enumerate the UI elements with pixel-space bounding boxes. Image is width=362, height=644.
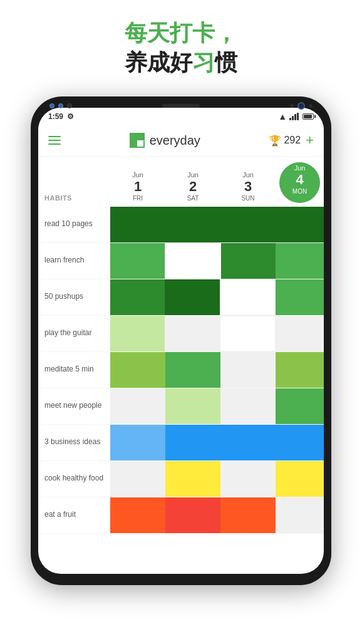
date-weekday-2: SAT <box>187 195 199 202</box>
habit-cell[interactable] <box>110 243 165 279</box>
habits-heading: HABITS <box>44 194 72 202</box>
habit-label-col: HABITS <box>38 194 110 207</box>
date-day-3: 3 <box>244 179 252 195</box>
habit-cell-today[interactable] <box>276 461 324 497</box>
signal-bar-1 <box>289 118 291 120</box>
habit-cells <box>110 279 324 315</box>
habit-row[interactable]: eat a fruit <box>38 497 324 534</box>
habit-cell[interactable] <box>220 316 276 351</box>
habit-cell[interactable] <box>165 425 220 460</box>
habit-name: cook healthy food <box>38 474 110 484</box>
habit-row[interactable]: 50 pushups <box>38 279 324 316</box>
phone-hardware-bar <box>31 96 331 115</box>
habit-cell[interactable] <box>165 388 220 424</box>
habit-cell[interactable] <box>110 279 165 315</box>
camera-left <box>49 103 72 108</box>
date-month-1: Jun <box>132 171 143 179</box>
app-header: everyday 🏆 292 + <box>38 125 324 157</box>
habit-row[interactable]: read 10 pages <box>38 207 324 243</box>
date-month-2: Jun <box>187 171 199 179</box>
speaker <box>162 104 200 108</box>
banner-text: 每天打卡， 养成好习惯 <box>13 19 349 78</box>
date-month-today: Jun <box>294 164 306 172</box>
habit-cell[interactable] <box>165 243 220 279</box>
banner-line2-start: 养成好 <box>125 49 192 75</box>
menu-line-2 <box>48 140 61 141</box>
habit-cell[interactable] <box>220 279 276 315</box>
habit-name: meet new people <box>38 401 110 411</box>
date-header-row: HABITS Jun 1 FRI Jun 2 SAT <box>38 157 324 207</box>
date-col-today[interactable]: Jun 4 MON <box>279 162 320 203</box>
habit-row[interactable]: meditate 5 min <box>38 352 324 388</box>
date-col-sat[interactable]: Jun 2 SAT <box>165 158 220 207</box>
hamburger-menu[interactable] <box>48 136 61 145</box>
habit-row[interactable]: meet new people <box>38 388 324 425</box>
habit-cells <box>110 388 324 424</box>
banner-line1: 每天打卡， <box>125 20 237 46</box>
habit-cell[interactable] <box>220 352 276 388</box>
habit-cell-today[interactable] <box>276 388 324 424</box>
banner-line2-green: 习 <box>192 49 215 75</box>
habit-cell[interactable] <box>165 497 220 533</box>
habit-cell-today[interactable] <box>276 352 324 388</box>
habit-cell[interactable] <box>220 388 276 424</box>
habit-cell[interactable] <box>220 207 276 242</box>
phone-frame: 1:59 ⚙ ▲ <box>31 96 331 585</box>
habit-cell[interactable] <box>165 316 219 351</box>
habit-rows: read 10 pageslearn french50 pushupsplay … <box>38 207 324 574</box>
date-weekday-1: FRI <box>133 195 143 202</box>
habit-row[interactable]: play the guitar <box>38 316 324 352</box>
habit-cell-today[interactable] <box>276 425 324 460</box>
habit-cell[interactable] <box>110 207 165 242</box>
top-banner: 每天打卡， 养成好习惯 <box>0 0 362 90</box>
habit-cell-today[interactable] <box>276 279 324 315</box>
main-content: HABITS Jun 1 FRI Jun 2 SAT <box>38 157 324 574</box>
logo-inner <box>137 140 143 147</box>
led-left <box>49 103 54 108</box>
header-right: 🏆 292 + <box>269 132 314 148</box>
date-month-3: Jun <box>242 171 254 179</box>
date-col-sun[interactable]: Jun 3 SUN <box>220 158 276 207</box>
habit-cell-today[interactable] <box>276 316 324 351</box>
habit-cell-today[interactable] <box>276 207 324 242</box>
habit-cell[interactable] <box>220 425 276 460</box>
habit-name: learn french <box>38 256 110 266</box>
habit-cell[interactable] <box>110 388 165 424</box>
menu-line-1 <box>48 136 61 137</box>
trophy-count: 292 <box>284 135 301 146</box>
habit-name: meditate 5 min <box>38 365 110 375</box>
habit-cells <box>110 497 324 533</box>
date-weekday-3: SUN <box>241 195 254 202</box>
habit-row[interactable]: 3 business ideas <box>38 425 324 461</box>
habit-cell[interactable] <box>110 461 165 497</box>
habit-cell[interactable] <box>110 316 165 351</box>
habit-cell-today[interactable] <box>276 497 324 533</box>
date-cols: Jun 1 FRI Jun 2 SAT Jun 3 SUN <box>110 158 324 207</box>
habit-cell[interactable] <box>110 497 165 533</box>
habit-cell[interactable] <box>110 425 165 460</box>
trophy-area: 🏆 292 <box>269 135 301 147</box>
habit-cells <box>110 316 324 351</box>
camera-right <box>290 102 313 110</box>
habit-cells <box>110 207 324 242</box>
menu-line-3 <box>48 143 61 145</box>
habit-cell[interactable] <box>165 207 220 242</box>
add-button[interactable]: + <box>306 132 314 148</box>
date-col-fri[interactable]: Jun 1 FRI <box>110 158 165 207</box>
habit-cell-today[interactable] <box>276 243 324 279</box>
habit-cell[interactable] <box>220 461 276 497</box>
habit-cell[interactable] <box>165 279 219 315</box>
habit-cell[interactable] <box>165 352 220 388</box>
habit-name: 3 business ideas <box>38 437 110 447</box>
habit-cell[interactable] <box>221 243 276 279</box>
habit-cell[interactable] <box>165 461 220 497</box>
habit-cell[interactable] <box>220 497 276 533</box>
date-weekday-today: MON <box>292 188 307 195</box>
habit-grid: HABITS Jun 1 FRI Jun 2 SAT <box>38 157 324 574</box>
led-center <box>58 103 63 108</box>
habit-name: eat a fruit <box>38 510 110 520</box>
habit-name: read 10 pages <box>38 219 110 229</box>
habit-row[interactable]: cook healthy food <box>38 461 324 497</box>
habit-row[interactable]: learn french <box>38 243 324 279</box>
habit-cell[interactable] <box>110 352 165 388</box>
